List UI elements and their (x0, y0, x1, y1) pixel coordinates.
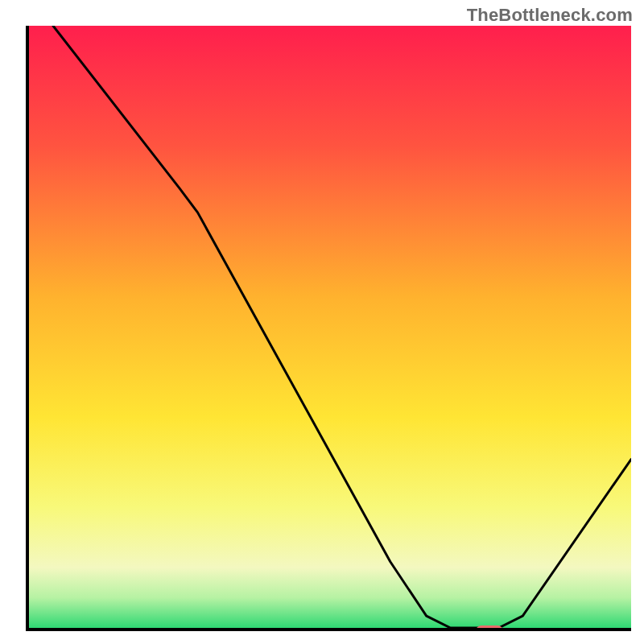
bottleneck-curve (29, 26, 631, 628)
watermark-label: TheBottleneck.com (467, 5, 633, 26)
plot-area (26, 26, 631, 631)
plot-inner (29, 26, 631, 628)
optimal-marker (476, 625, 503, 628)
